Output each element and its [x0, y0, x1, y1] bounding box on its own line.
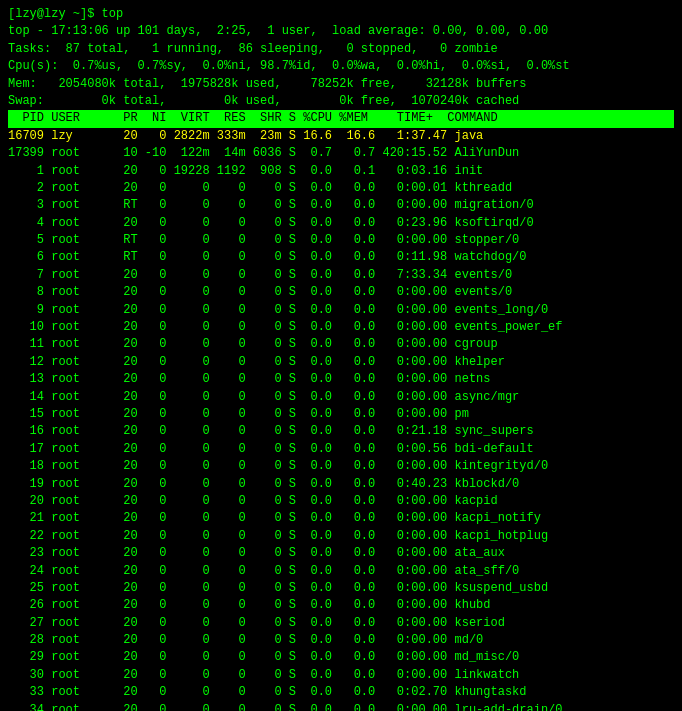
table-row: 19 root 20 0 0 0 0 S 0.0 0.0 0:40.23 kbl… [8, 476, 674, 493]
table-row: 17399 root 10 -10 122m 14m 6036 S 0.7 0.… [8, 145, 674, 162]
table-row: 4 root 20 0 0 0 0 S 0.0 0.0 0:23.96 ksof… [8, 215, 674, 232]
table-row: 27 root 20 0 0 0 0 S 0.0 0.0 0:00.00 kse… [8, 615, 674, 632]
header-line: top - 17:13:06 up 101 days, 2:25, 1 user… [8, 23, 674, 40]
table-row: 3 root RT 0 0 0 0 S 0.0 0.0 0:00.00 migr… [8, 197, 674, 214]
table-row: 29 root 20 0 0 0 0 S 0.0 0.0 0:00.00 md_… [8, 649, 674, 666]
table-row: 33 root 20 0 0 0 0 S 0.0 0.0 0:02.70 khu… [8, 684, 674, 701]
table-row: 17 root 20 0 0 0 0 S 0.0 0.0 0:00.56 bdi… [8, 441, 674, 458]
table-row: 16709 lzy 20 0 2822m 333m 23m S 16.6 16.… [8, 128, 674, 145]
process-list: 16709 lzy 20 0 2822m 333m 23m S 16.6 16.… [8, 128, 674, 711]
table-row: 23 root 20 0 0 0 0 S 0.0 0.0 0:00.00 ata… [8, 545, 674, 562]
table-row: 25 root 20 0 0 0 0 S 0.0 0.0 0:00.00 ksu… [8, 580, 674, 597]
table-row: 16 root 20 0 0 0 0 S 0.0 0.0 0:21.18 syn… [8, 423, 674, 440]
table-row: 26 root 20 0 0 0 0 S 0.0 0.0 0:00.00 khu… [8, 597, 674, 614]
table-row: 18 root 20 0 0 0 0 S 0.0 0.0 0:00.00 kin… [8, 458, 674, 475]
table-row: 5 root RT 0 0 0 0 S 0.0 0.0 0:00.00 stop… [8, 232, 674, 249]
table-row: 1 root 20 0 19228 1192 908 S 0.0 0.1 0:0… [8, 163, 674, 180]
table-row: 13 root 20 0 0 0 0 S 0.0 0.0 0:00.00 net… [8, 371, 674, 388]
header-line: Mem: 2054080k total, 1975828k used, 7825… [8, 76, 674, 93]
table-row: 11 root 20 0 0 0 0 S 0.0 0.0 0:00.00 cgr… [8, 336, 674, 353]
table-row: 7 root 20 0 0 0 0 S 0.0 0.0 7:33.34 even… [8, 267, 674, 284]
table-row: 28 root 20 0 0 0 0 S 0.0 0.0 0:00.00 md/… [8, 632, 674, 649]
table-row: 2 root 20 0 0 0 0 S 0.0 0.0 0:00.01 kthr… [8, 180, 674, 197]
table-row: 21 root 20 0 0 0 0 S 0.0 0.0 0:00.00 kac… [8, 510, 674, 527]
table-row: 10 root 20 0 0 0 0 S 0.0 0.0 0:00.00 eve… [8, 319, 674, 336]
table-row: 12 root 20 0 0 0 0 S 0.0 0.0 0:00.00 khe… [8, 354, 674, 371]
table-row: 15 root 20 0 0 0 0 S 0.0 0.0 0:00.00 pm [8, 406, 674, 423]
header-line: Cpu(s): 0.7%us, 0.7%sy, 0.0%ni, 98.7%id,… [8, 58, 674, 75]
header-section: top - 17:13:06 up 101 days, 2:25, 1 user… [8, 23, 674, 110]
table-row: 20 root 20 0 0 0 0 S 0.0 0.0 0:00.00 kac… [8, 493, 674, 510]
header-line: Tasks: 87 total, 1 running, 86 sleeping,… [8, 41, 674, 58]
table-row: 9 root 20 0 0 0 0 S 0.0 0.0 0:00.00 even… [8, 302, 674, 319]
prompt-line: [lzy@lzy ~]$ top [8, 6, 674, 23]
table-row: 14 root 20 0 0 0 0 S 0.0 0.0 0:00.00 asy… [8, 389, 674, 406]
table-row: 30 root 20 0 0 0 0 S 0.0 0.0 0:00.00 lin… [8, 667, 674, 684]
header-line: Swap: 0k total, 0k used, 0k free, 107024… [8, 93, 674, 110]
terminal: [lzy@lzy ~]$ top top - 17:13:06 up 101 d… [8, 6, 674, 711]
table-row: 34 root 20 0 0 0 0 S 0.0 0.0 0:00.00 lru… [8, 702, 674, 711]
table-row: 22 root 20 0 0 0 0 S 0.0 0.0 0:00.00 kac… [8, 528, 674, 545]
table-header: PID USER PR NI VIRT RES SHR S %CPU %MEM … [8, 110, 674, 127]
table-row: 8 root 20 0 0 0 0 S 0.0 0.0 0:00.00 even… [8, 284, 674, 301]
table-row: 24 root 20 0 0 0 0 S 0.0 0.0 0:00.00 ata… [8, 563, 674, 580]
table-row: 6 root RT 0 0 0 0 S 0.0 0.0 0:11.98 watc… [8, 249, 674, 266]
